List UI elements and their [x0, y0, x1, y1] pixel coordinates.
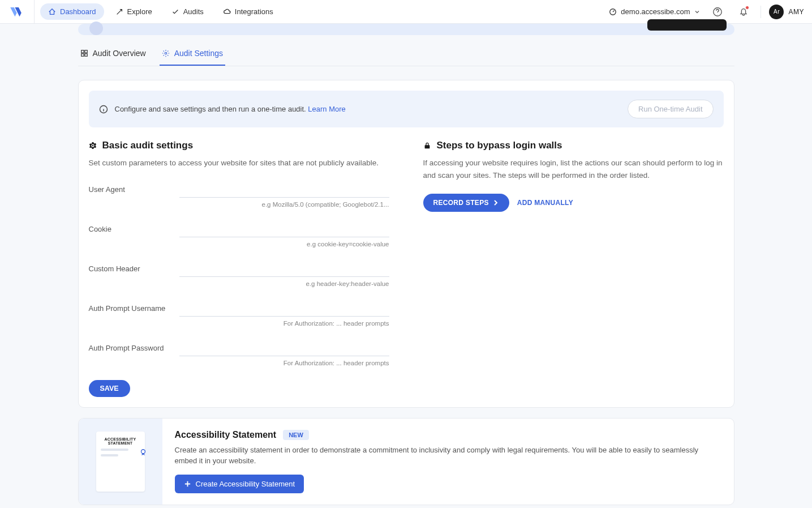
create-statement-button[interactable]: Create Accessibility Statement	[175, 475, 304, 493]
section-description: If accessing your website requires login…	[423, 157, 724, 181]
statement-preview: ACCESSIBILITY STATEMENT	[79, 419, 162, 505]
svg-point-8	[141, 449, 145, 453]
main-nav: Dashboard Explore Audits Integrations	[40, 3, 281, 20]
overview-icon	[80, 49, 88, 57]
field-input[interactable]	[179, 261, 389, 277]
record-steps-button[interactable]: RECORD STEPS	[423, 194, 509, 212]
preview-line-2: STATEMENT	[101, 441, 140, 445]
domain-text: demo.accessibe.com	[621, 7, 690, 16]
field-label: Custom Header	[89, 261, 179, 273]
chevron-right-icon	[492, 199, 499, 206]
form-row: Auth Prompt UsernameFor Authorization: .…	[89, 301, 389, 327]
section-description: Set custom parameters to access your web…	[89, 157, 389, 169]
field-input[interactable]	[179, 221, 389, 237]
button-label: Create Accessibility Statement	[196, 480, 295, 488]
preview-line-1: ACCESSIBILITY	[101, 437, 140, 441]
run-audit-button[interactable]: Run One-time Audit	[628, 100, 713, 118]
bypass-login-section: Steps to bypass login walls If accessing…	[423, 140, 724, 397]
button-label: RECORD STEPS	[433, 199, 489, 207]
nav-explore[interactable]: Explore	[108, 3, 160, 20]
banner-collapsed	[78, 24, 734, 35]
nav-label: Explore	[127, 7, 152, 16]
preview-document: ACCESSIBILITY STATEMENT	[96, 432, 145, 492]
nav-audits[interactable]: Audits	[164, 3, 212, 20]
info-bar: Configure and save settings and then run…	[89, 91, 724, 127]
statement-description: Create an accessibility statement in ord…	[175, 445, 721, 467]
gear-icon	[89, 142, 97, 150]
field-input[interactable]	[179, 182, 389, 198]
audit-tabs: Audit Overview Audit Settings	[78, 43, 734, 66]
lock-icon	[423, 142, 431, 150]
cloud-icon	[223, 8, 231, 16]
tab-audit-overview[interactable]: Audit Overview	[78, 43, 148, 66]
accessibility-statement-card: ACCESSIBILITY STATEMENT Accessibility St…	[78, 418, 734, 505]
user-menu[interactable]: Ar AMY	[769, 5, 804, 19]
nav-integrations[interactable]: Integrations	[215, 3, 281, 20]
svg-rect-5	[84, 54, 87, 56]
dashboard-icon	[48, 8, 56, 16]
preview-line	[101, 449, 128, 451]
info-icon	[99, 105, 108, 114]
svg-point-6	[165, 52, 167, 54]
top-bar-right: demo.accessibe.com Ar AMY	[609, 3, 804, 21]
field-label: User Agent	[89, 182, 179, 194]
field-input[interactable]	[179, 340, 389, 356]
plus-icon	[184, 480, 191, 488]
nav-label: Dashboard	[60, 7, 96, 16]
help-icon	[712, 7, 723, 17]
explore-icon	[115, 8, 123, 16]
form-row: Cookiee.g cookie-key=cookie-value	[89, 221, 389, 247]
preview-line	[101, 454, 119, 456]
field-label: Auth Prompt Password	[89, 340, 179, 352]
svg-rect-2	[81, 50, 83, 53]
help-button[interactable]	[708, 3, 727, 21]
field-hint: For Authorization: ... header prompts	[179, 320, 389, 327]
save-button[interactable]: SAVE	[89, 380, 130, 397]
info-text: Configure and save settings and then run…	[115, 105, 306, 113]
domain-selector[interactable]: demo.accessibe.com	[609, 7, 701, 16]
divider	[761, 6, 761, 18]
nav-label: Integrations	[235, 7, 273, 16]
nav-dashboard[interactable]: Dashboard	[40, 3, 104, 20]
field-hint: e.g cookie-key=cookie-value	[179, 241, 389, 247]
field-hint: e.g Mozilla/5.0 (compatible; Googlebot/2…	[179, 201, 389, 208]
page-content: Audit Overview Audit Settings Configure …	[78, 24, 734, 508]
ribbon-icon	[139, 449, 147, 456]
add-manually-button[interactable]: ADD MANUALLY	[517, 199, 573, 207]
settings-icon	[162, 49, 170, 57]
audits-icon	[171, 8, 179, 16]
statement-title: Accessibility Statement	[175, 430, 277, 440]
divider	[34, 0, 35, 24]
chevron-down-icon	[694, 8, 701, 15]
avatar: Ar	[769, 5, 784, 19]
field-input[interactable]	[179, 301, 389, 317]
gauge-icon	[609, 8, 617, 16]
section-title: Steps to bypass login walls	[437, 140, 562, 151]
app-logo	[8, 4, 24, 20]
notifications-button[interactable]	[734, 3, 753, 21]
form-row: Auth Prompt PasswordFor Authorization: .…	[89, 340, 389, 366]
field-hint: For Authorization: ... header prompts	[179, 360, 389, 366]
svg-rect-3	[84, 50, 87, 53]
form-row: User Agente.g Mozilla/5.0 (compatible; G…	[89, 182, 389, 208]
basic-settings-section: Basic audit settings Set custom paramete…	[89, 140, 389, 397]
svg-rect-4	[81, 54, 83, 56]
user-name: AMY	[788, 8, 804, 16]
nav-label: Audits	[183, 7, 204, 16]
tab-audit-settings[interactable]: Audit Settings	[160, 43, 225, 66]
field-hint: e.g header-key:header-value	[179, 280, 389, 287]
form-row: Custom Headere.g header-key:header-value	[89, 261, 389, 287]
field-label: Cookie	[89, 221, 179, 233]
tab-label: Audit Overview	[93, 49, 146, 58]
field-label: Auth Prompt Username	[89, 301, 179, 313]
learn-more-link[interactable]: Learn More	[308, 105, 345, 113]
tab-label: Audit Settings	[174, 49, 223, 58]
section-title: Basic audit settings	[102, 140, 194, 151]
statement-body: Accessibility Statement NEW Create an ac…	[162, 419, 734, 505]
settings-card: Configure and save settings and then run…	[78, 80, 734, 408]
new-badge: NEW	[283, 430, 309, 440]
